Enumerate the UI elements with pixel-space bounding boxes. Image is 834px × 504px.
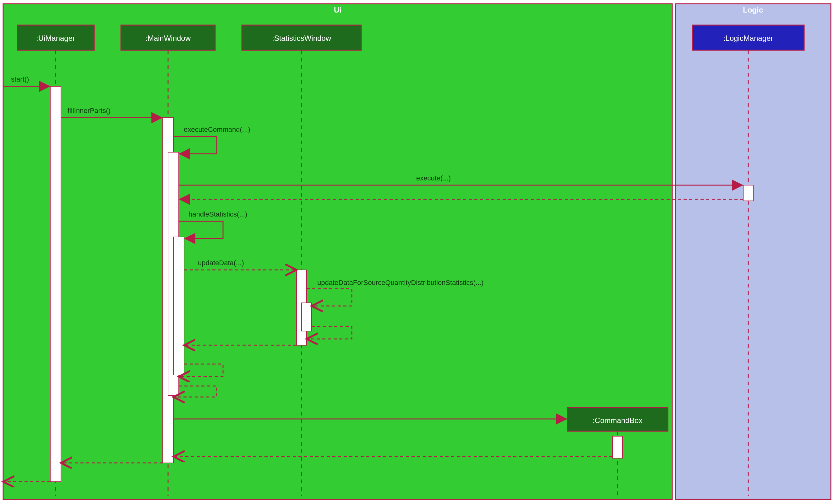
activation-statisticswindow-2 (302, 303, 312, 331)
lifeline-commandbox-head: :CommandBox (567, 407, 668, 431)
svg-text::LogicManager: :LogicManager (723, 34, 773, 42)
activation-mainwindow-3 (173, 237, 184, 375)
svg-text::MainWindow: :MainWindow (146, 34, 191, 42)
msg-execute-label: execute(...) (416, 174, 451, 182)
msg-updatedata-label: updateData(...) (198, 259, 244, 267)
activation-logicmanager (743, 185, 753, 201)
svg-text::CommandBox: :CommandBox (593, 416, 643, 425)
msg-start-label: start() (11, 75, 29, 83)
lifeline-logicmanager-head: :LogicManager (693, 25, 804, 50)
msg-handlestatistics-label: handleStatistics(...) (189, 210, 247, 218)
lifeline-mainwindow-head: :MainWindow (121, 25, 215, 50)
msg-executecommand-label: executeCommand(...) (184, 125, 250, 133)
lifeline-uimanager-head: :UiManager (17, 25, 94, 50)
svg-text::UiManager: :UiManager (36, 34, 75, 42)
msg-updatedataforsrc-label: updateDataForSourceQuantityDistributionS… (317, 279, 483, 287)
activation-uimanager (50, 86, 61, 482)
frame-logic (675, 4, 831, 500)
svg-text::StatisticsWindow: :StatisticsWindow (272, 34, 331, 42)
activation-commandbox (613, 436, 622, 458)
msg-fillinnerparts-label: fillInnerParts() (68, 107, 111, 115)
frame-ui-title: Ui (334, 6, 342, 14)
frame-logic-title: Logic (743, 6, 763, 14)
lifeline-statisticswindow-head: :StatisticsWindow (242, 25, 361, 50)
